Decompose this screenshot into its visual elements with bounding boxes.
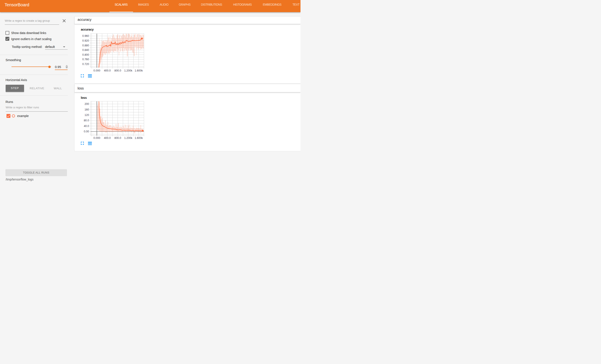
svg-text:0.000: 0.000: [93, 137, 100, 140]
svg-text:80.0: 80.0: [84, 119, 89, 122]
svg-text:400.0: 400.0: [104, 137, 111, 140]
svg-text:800.0: 800.0: [114, 137, 121, 140]
svg-text:1.200k: 1.200k: [124, 137, 132, 140]
svg-text:0.00: 0.00: [84, 130, 89, 133]
svg-text:120: 120: [84, 113, 89, 117]
svg-text:1.600k: 1.600k: [135, 137, 143, 140]
svg-text:40.0: 40.0: [84, 125, 89, 128]
svg-text:200: 200: [84, 102, 89, 106]
svg-text:160: 160: [84, 108, 89, 111]
